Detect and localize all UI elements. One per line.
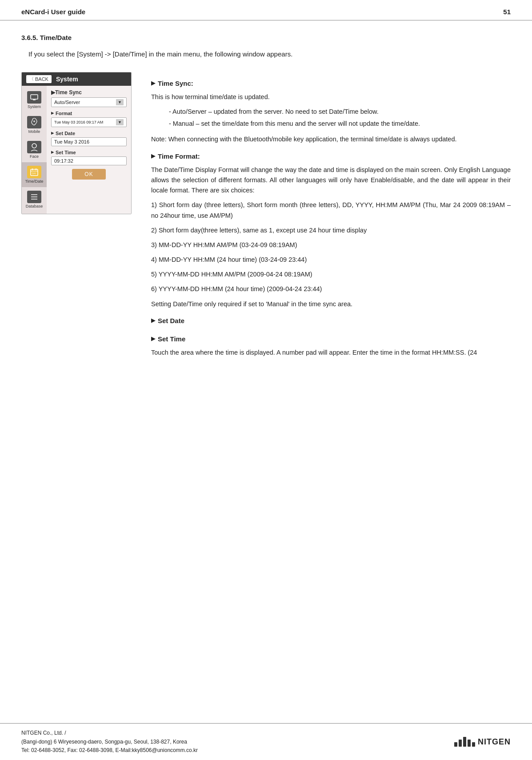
logo-bar-5 (472, 742, 475, 747)
footer-address: (Bangi-dong) 6 Wiryeseong-daero, Songpa-… (21, 738, 198, 746)
note-text: Note: When connecting with the Bluetooth… (151, 134, 511, 144)
set-date-value: Tue May 3 2016 (54, 139, 89, 144)
section-title: 3.6.5. Time/Date (21, 34, 511, 41)
svg-rect-1 (33, 100, 36, 100)
sidebar-item-database[interactable]: Database (22, 187, 47, 212)
device-header: 〈 BACK System (22, 72, 131, 86)
back-label: BACK (35, 76, 48, 82)
format-note: Setting Date/Time only required if set t… (151, 299, 511, 309)
timedate-icon: DAY (27, 166, 41, 178)
set-time-body: Touch the area where the time is display… (151, 348, 511, 358)
footer-contact: NITGEN Co., Ltd. / (Bangi-dong) 6 Wiryes… (21, 729, 198, 755)
system-icon (27, 91, 41, 104)
set-time-heading: Set Time (151, 334, 511, 344)
logo-bar-4 (468, 740, 471, 747)
device-ui-title: System (56, 76, 78, 83)
format-dropdown-arrow-icon: ▼ (116, 119, 124, 125)
device-ui: 〈 BACK System System (21, 72, 132, 214)
format-dropdown[interactable]: Tue May 03 2016 09:17 AM ▼ (51, 117, 127, 127)
time-sync-menu-label: ▶Time Sync (51, 89, 127, 96)
device-ui-column: 〈 BACK System System (21, 72, 137, 214)
footer-contact-info: Tel: 02-6488-3052, Fax: 02-6488-3098, E-… (21, 746, 198, 755)
footer-logo: NITGEN (454, 737, 511, 747)
time-sync-body: This is how terminal time/date is update… (151, 92, 511, 102)
format-choice4: 4) MM-DD-YY HH:MM (24 hour time) (03-24-… (151, 255, 511, 265)
format-choice3: 3) MM-DD-YY HH:MM AM/PM (03-24-09 08:19A… (151, 240, 511, 250)
time-format-body1: The Date/Time Display Format will change… (151, 165, 511, 196)
svg-rect-0 (31, 95, 38, 99)
bullet-manual: - Manual – set the time/date from this m… (169, 119, 511, 129)
sidebar-item-face[interactable]: Face (22, 137, 47, 162)
auto-server-dropdown[interactable]: Auto/Server ▼ (51, 97, 127, 107)
format-value: Tue May 03 2016 09:17 AM (54, 120, 103, 124)
time-sync-heading: Time Sync: (151, 78, 511, 88)
logo-bar-2 (459, 740, 462, 747)
sidebar-system-label: System (28, 104, 41, 109)
page-header: eNCard-i User guide 51 (0, 0, 532, 20)
footer-company: NITGEN Co., Ltd. / (21, 729, 198, 737)
sidebar-timedate-label: Time/Date (25, 179, 43, 184)
set-time-input[interactable]: 09:17:32 (51, 156, 127, 165)
bullet-auto-server: - Auto/Server – updated from the server.… (169, 107, 511, 117)
mobile-icon (27, 116, 41, 128)
sidebar-database-label: Database (26, 204, 43, 208)
set-date-input[interactable]: Tue May 3 2016 (51, 137, 127, 146)
format-choice2: 2) Short form day(three letters), same a… (151, 225, 511, 236)
database-icon (27, 191, 41, 203)
face-icon (27, 141, 41, 153)
sidebar-face-label: Face (30, 154, 39, 159)
two-column-layout: 〈 BACK System System (21, 72, 511, 363)
svg-text:DAY: DAY (32, 172, 37, 175)
auto-server-value: Auto/Server (54, 100, 80, 105)
set-date-menu-label: Set Date (51, 131, 127, 136)
logo-bar-1 (454, 742, 457, 747)
format-choice6: 6) YYYY-MM-DD HH:MM (24 hour time) (2009… (151, 284, 511, 294)
format-choice5: 5) YYYY-MM-DD HH:MM AM/PM (2009-04-24 08… (151, 269, 511, 280)
format-dropdown-row: Tue May 03 2016 09:17 AM ▼ (51, 117, 127, 127)
sidebar-item-mobile[interactable]: Mobile (22, 112, 47, 137)
sidebar-item-timedate[interactable]: DAY Time/Date (22, 162, 47, 187)
set-date-heading: Set Date (151, 316, 511, 326)
set-time-value: 09:17:32 (54, 158, 73, 164)
logo-bar-3 (463, 737, 466, 747)
device-sidebar: System Mobile (22, 86, 47, 214)
nitgen-logo-text: NITGEN (478, 737, 511, 747)
header-title: eNCard-i User guide (21, 8, 85, 16)
nitgen-logo-bars (454, 737, 475, 747)
ok-button[interactable]: OK (72, 169, 105, 180)
auto-server-row: Auto/Server ▼ (51, 97, 127, 107)
back-arrow-icon: 〈 (29, 76, 34, 82)
sidebar-item-system[interactable]: System (22, 88, 47, 112)
page-footer: NITGEN Co., Ltd. / (Bangi-dong) 6 Wiryes… (0, 723, 532, 760)
set-time-menu-label: Set Time (51, 150, 127, 155)
device-content-panel: ▶Time Sync Auto/Server ▼ Format Tue May … (47, 86, 131, 214)
svg-point-3 (32, 144, 36, 148)
sidebar-mobile-label: Mobile (28, 129, 40, 134)
intro-paragraph: If you select the [System] -> [Date/Time… (28, 49, 511, 60)
main-content: 3.6.5. Time/Date If you select the [Syst… (0, 20, 532, 387)
svg-point-2 (33, 120, 35, 122)
page-number: 51 (503, 8, 511, 16)
format-menu-label: Format (51, 111, 127, 116)
device-body: System Mobile (22, 86, 131, 214)
time-format-heading: Time Format: (151, 151, 511, 161)
format-choice1: 1) Short form day (three letters), Short… (151, 200, 511, 220)
dropdown-arrow-icon: ▼ (116, 99, 124, 105)
back-button[interactable]: 〈 BACK (26, 75, 52, 83)
description-column: Time Sync: This is how terminal time/dat… (151, 72, 511, 363)
